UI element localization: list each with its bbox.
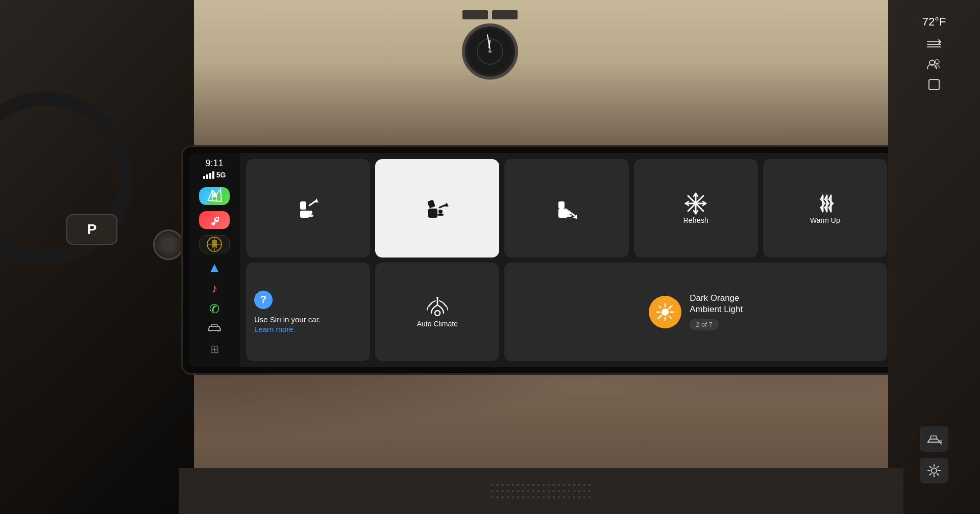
- grille-dot: [492, 496, 494, 498]
- grille-dot: [578, 496, 580, 498]
- sidebar-item-music[interactable]: [199, 211, 230, 229]
- grille-dot: [573, 490, 575, 492]
- seat-forward-icon: [296, 196, 321, 221]
- car-audio-icon: [926, 433, 942, 445]
- right-bottom-controls: [920, 426, 948, 483]
- svg-point-55: [935, 60, 939, 64]
- grille-dot: [568, 484, 570, 486]
- grille-dot: [573, 496, 575, 498]
- grille-dot: [532, 496, 534, 498]
- grille-dot: [553, 496, 555, 498]
- sidebar-item-maps[interactable]: [199, 187, 230, 205]
- settings-icon: [927, 464, 941, 478]
- siri-text: Use Siri in your car.: [254, 314, 321, 325]
- grille-dot: [517, 490, 519, 492]
- maps-icon: [204, 187, 225, 205]
- volume-knob[interactable]: [153, 229, 184, 260]
- grille-dot: [563, 490, 565, 492]
- grille-dot: [563, 496, 565, 498]
- tile-siri[interactable]: ? Use Siri in your car. Learn more.: [246, 263, 370, 361]
- grille-dot: [527, 490, 529, 492]
- chat-icon[interactable]: [928, 79, 940, 93]
- right-temperature: 72°F: [922, 15, 946, 29]
- svg-marker-11: [314, 198, 318, 202]
- grille-dot: [522, 484, 524, 486]
- grille-dot: [497, 490, 499, 492]
- svg-line-49: [659, 306, 661, 308]
- left-dashboard-area: P: [0, 0, 194, 514]
- tile-warm-up[interactable]: Warm Up: [763, 159, 887, 258]
- grille-dot: [543, 496, 545, 498]
- svg-rect-13: [307, 215, 313, 217]
- sidebar-item-phone[interactable]: ✆: [209, 302, 219, 316]
- grille-dot: [537, 490, 540, 492]
- tile-refresh[interactable]: Refresh: [634, 159, 758, 258]
- ambient-type: Ambient Light: [690, 304, 743, 315]
- tile-ambient-light[interactable]: Dark Orange Ambient Light 2 of 7: [504, 263, 887, 361]
- grille-dot: [522, 490, 524, 492]
- svg-point-18: [438, 210, 443, 214]
- tile-seat-lower[interactable]: [504, 159, 628, 258]
- grille-dot: [578, 484, 580, 486]
- sidebar-item-car[interactable]: [207, 322, 222, 337]
- svg-point-41: [435, 311, 440, 316]
- grille-dot: [589, 496, 591, 498]
- gauge-vents: [462, 10, 518, 19]
- grille-dot: [543, 490, 545, 492]
- svg-rect-19: [437, 214, 444, 216]
- tile-seat-recline[interactable]: [375, 159, 499, 258]
- svg-point-6: [216, 219, 218, 222]
- grille-dot: [589, 490, 591, 492]
- siri-question-mark: ?: [254, 291, 273, 309]
- refresh-label: Refresh: [683, 216, 708, 225]
- signal-bar-3: [209, 173, 211, 179]
- signal-bar-2: [206, 174, 208, 179]
- grille-dot: [583, 484, 585, 486]
- gauge-area: [434, 10, 546, 102]
- grille-dot: [563, 484, 565, 486]
- music-app-icon: [205, 211, 224, 229]
- grille-dot: [578, 490, 580, 492]
- warm-up-label: Warm Up: [810, 216, 840, 225]
- grille-row: [492, 484, 591, 486]
- grille-dot: [558, 484, 560, 486]
- grille-dot: [517, 484, 519, 486]
- grille-dot: [502, 496, 504, 498]
- sidebar-item-navigation[interactable]: ▲: [208, 260, 221, 275]
- grille-dot: [512, 490, 514, 492]
- grille-dot: [568, 490, 570, 492]
- profile-icon[interactable]: [927, 59, 941, 72]
- climate-icon: [424, 295, 451, 319]
- sidebar-item-music-note[interactable]: ♪: [211, 281, 217, 296]
- status-time: 9:11: [205, 158, 223, 169]
- sidebar-item-grid[interactable]: ⊞: [210, 343, 219, 356]
- grille-dot: [532, 484, 534, 486]
- car-audio-button[interactable]: [920, 426, 948, 452]
- tile-seat-forward[interactable]: [246, 159, 370, 258]
- seat-recline-icon: [425, 196, 450, 221]
- svg-line-1: [489, 40, 490, 47]
- grille-dot: [553, 490, 555, 492]
- grille-dot: [568, 496, 570, 498]
- tile-auto-climate[interactable]: Auto Climate: [375, 263, 499, 361]
- ambient-name: Dark Orange: [690, 293, 739, 303]
- defroster-icon[interactable]: [926, 39, 942, 53]
- grille-dot: [558, 496, 560, 498]
- porsche-icon: [205, 235, 224, 253]
- grille-dot: [532, 490, 534, 492]
- grille-dot: [507, 484, 509, 486]
- sidebar-item-porsche[interactable]: [199, 235, 230, 253]
- grille-row: [492, 496, 591, 498]
- sidebar: 9:11 5G: [189, 153, 240, 367]
- siri-learn-more-link[interactable]: Learn more.: [254, 325, 296, 333]
- vent-slot-right: [492, 10, 518, 19]
- grille-dot: [502, 484, 504, 486]
- ambient-info: Dark Orange Ambient Light 2 of 7: [690, 293, 743, 330]
- parking-button[interactable]: P: [66, 214, 117, 245]
- grille-dot: [537, 496, 540, 498]
- settings-button[interactable]: [920, 458, 948, 483]
- svg-point-12: [308, 211, 312, 215]
- grille-dot: [507, 490, 509, 492]
- svg-line-50: [669, 316, 671, 318]
- content-area: Refresh Warm Up ? Use Siri in your car. …: [240, 153, 893, 367]
